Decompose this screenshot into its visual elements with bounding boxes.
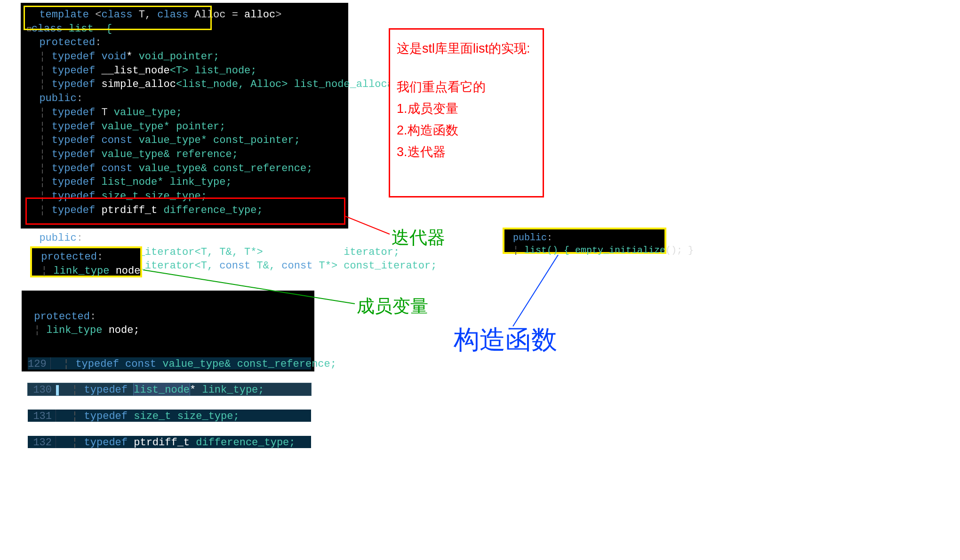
- kw-public: public: [39, 232, 76, 244]
- type: list {: [63, 23, 112, 35]
- type: __list_node: [101, 65, 169, 77]
- typedef-name: const_pointer;: [213, 134, 300, 146]
- kw: typedef: [52, 65, 102, 77]
- kw: typedef: [75, 357, 125, 370]
- spacing: [263, 246, 344, 258]
- kw: typedef: [52, 79, 102, 90]
- code-row-current: 130 ¦ typedef list_node* link_type;: [28, 383, 311, 395]
- type: ptrdiff_t: [134, 436, 196, 448]
- kw-protected: protected: [41, 251, 97, 263]
- ctor-sig: list() {: [524, 245, 575, 256]
- punct: >: [275, 9, 281, 21]
- kw: typedef: [52, 121, 102, 133]
- line-number: 131: [28, 410, 56, 422]
- type: value_type*: [139, 134, 213, 146]
- kw: const: [101, 163, 138, 174]
- kw: typedef: [52, 190, 102, 202]
- member-variable-snippet: protected: ¦ link_type node;: [30, 246, 142, 277]
- kw: const: [281, 260, 312, 272]
- selected-word: list_node: [134, 383, 190, 395]
- anno-item3: 3.迭代器: [397, 142, 536, 163]
- kw-protected: protected: [34, 311, 90, 323]
- code-row: 129 ¦ typedef const value_type& const_re…: [28, 357, 311, 370]
- typedef-name: const_reference;: [213, 163, 312, 174]
- typedef-name: const_iterator;: [344, 260, 437, 272]
- kw: const: [101, 134, 138, 146]
- kw: typedef: [52, 205, 102, 216]
- type: size_t: [134, 410, 177, 422]
- kw: typedef: [52, 163, 102, 174]
- kw: const: [125, 357, 162, 370]
- kw: const: [219, 260, 250, 272]
- op: *: [126, 51, 138, 63]
- anno-item1: 1.成员变量: [397, 98, 536, 120]
- type: ptrdiff_t: [101, 205, 163, 216]
- constructor-snippet: public: ¦ list() { empty_initialize(); }: [503, 228, 666, 254]
- typedef-name: link_type;: [170, 176, 232, 188]
- type: size_t: [101, 190, 144, 202]
- caret-icon: [56, 385, 59, 395]
- typedef-name: void_pointer;: [139, 51, 220, 63]
- tmpl: <T, T&, T*>: [194, 246, 263, 258]
- kw: class: [101, 9, 132, 21]
- anno-title: 这是stl库里面list的实现:: [397, 38, 536, 60]
- lower-code-panel: protected: ¦ link_type node; 129 ¦ typed…: [22, 291, 314, 371]
- ident: T,: [132, 9, 157, 21]
- typedef-name: list_node;: [188, 65, 256, 77]
- type: value_type&: [162, 357, 237, 370]
- typedef-name: value_type;: [114, 107, 182, 118]
- kw: typedef: [52, 134, 102, 146]
- call: empty_initialize: [575, 245, 665, 256]
- type: value_type*: [101, 121, 176, 133]
- ident: Alloc =: [188, 9, 244, 21]
- tmpl: T*>: [312, 260, 344, 272]
- line-number: 129: [28, 357, 51, 370]
- label-member-variable: 成员变量: [357, 294, 428, 318]
- kw: void: [101, 51, 126, 63]
- typedef-name: difference_type;: [163, 205, 263, 216]
- op: *: [190, 383, 202, 395]
- type: simple_alloc: [101, 79, 176, 90]
- code-row: 132 ¦ typedef ptrdiff_t difference_type;: [28, 436, 311, 448]
- punct: <: [95, 9, 101, 21]
- ident: node;: [109, 324, 140, 336]
- kw: typedef: [84, 436, 134, 448]
- main-code-panel: template <class T, class Alloc = alloc> …: [21, 3, 348, 229]
- typedef-name: difference_type;: [196, 436, 295, 448]
- connector-blue: [513, 255, 558, 326]
- kw: class: [157, 9, 188, 21]
- tmpl: <list_node, Alloc>: [176, 79, 288, 90]
- ident-white: alloc: [244, 9, 275, 21]
- typedef-name: size_type;: [177, 410, 240, 422]
- type: value_type&: [101, 149, 176, 160]
- kw: typedef: [84, 383, 134, 395]
- tmpl: <T>: [170, 65, 189, 77]
- kw-template: template: [39, 9, 95, 21]
- code-row: 131 ¦ typedef size_t size_type;: [28, 410, 311, 422]
- kw: typedef: [52, 107, 102, 118]
- tmpl: <T,: [194, 260, 219, 272]
- kw-public: public: [39, 93, 76, 104]
- kw-public: public: [513, 232, 547, 243]
- type: link_type: [47, 324, 109, 336]
- annotation-box: 这是stl库里面list的实现: 我们重点看它的 1.成员变量 2.构造函数 3…: [389, 28, 544, 197]
- typedef-name: link_type;: [202, 383, 264, 395]
- label-constructor: 构造函数: [454, 323, 557, 357]
- typedef-name: size_type;: [145, 190, 207, 202]
- ident: node;: [116, 265, 147, 277]
- type: T: [101, 107, 113, 118]
- type: link_type: [54, 265, 116, 277]
- line-number: 130: [28, 383, 56, 395]
- kw-protected: protected: [39, 37, 95, 48]
- kw: typedef: [52, 51, 102, 63]
- tmpl: T&,: [250, 260, 281, 272]
- label-iterator: 迭代器: [392, 226, 445, 250]
- type: list_node*: [101, 176, 169, 188]
- typedef-name: pointer;: [176, 121, 226, 133]
- kw: class: [32, 23, 63, 35]
- anno-item2: 2.构造函数: [397, 120, 536, 142]
- connector-red: [345, 216, 390, 234]
- typedef-name: reference;: [176, 149, 238, 160]
- kw: typedef: [52, 149, 102, 160]
- kw: typedef: [84, 410, 134, 422]
